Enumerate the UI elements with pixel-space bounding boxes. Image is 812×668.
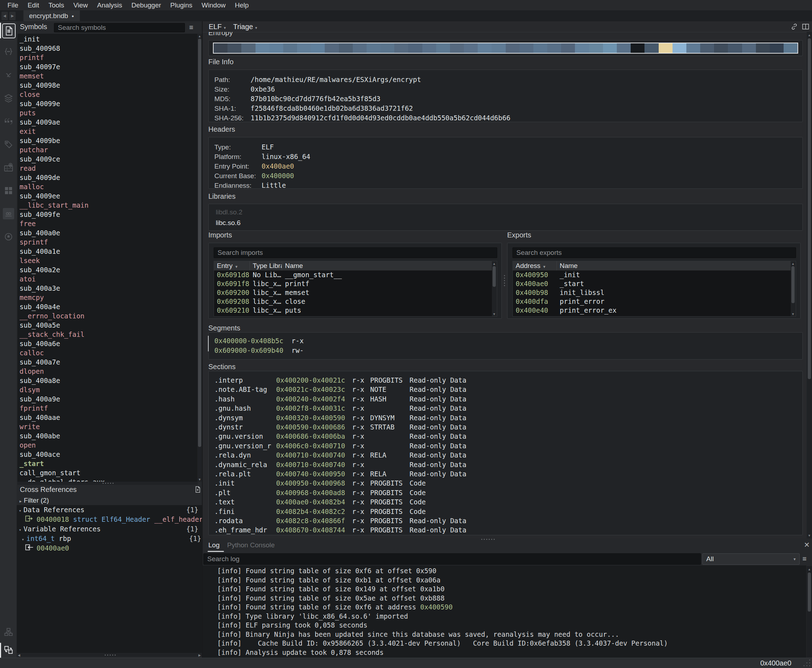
symbols-scrollbar-thumb[interactable] <box>198 39 201 447</box>
export-row[interactable]: 0x400dfaprint_error <box>513 297 796 306</box>
section-row[interactable]: .gnu.hash0x4002f8-0x40031cr-xRead-only D… <box>209 404 802 413</box>
sidebar-icon-graph-sync[interactable] <box>3 644 14 656</box>
symbol-item[interactable]: close <box>20 90 40 99</box>
symbol-item[interactable]: calloc <box>20 348 44 357</box>
sidebar-icon-outline[interactable] <box>3 626 14 638</box>
library-item[interactable]: libc.so.6 <box>216 219 241 227</box>
search-log-input[interactable] <box>203 553 701 565</box>
symbol-item[interactable]: read <box>20 164 36 173</box>
section-row[interactable]: .interp0x400200-0x40021cr-xPROGBITSRead-… <box>209 376 802 385</box>
symbol-item[interactable]: sub_400a5e <box>20 321 60 330</box>
section-row[interactable]: .dynamic_rela0x400710-0x400740r-xRead-on… <box>209 460 802 469</box>
export-row[interactable]: 0x400950_init <box>513 271 796 279</box>
symbol-item[interactable]: sub_4009ce <box>20 154 60 164</box>
symbol-item[interactable]: dlopen <box>20 367 44 376</box>
symbol-item[interactable]: sub_400a9e <box>20 394 60 404</box>
symbol-item[interactable]: lseek <box>20 256 40 265</box>
scroll-thumb[interactable] <box>791 266 795 303</box>
symbol-item[interactable]: dlsym <box>20 385 40 394</box>
log-level-dropdown[interactable]: All ▼ <box>702 553 800 565</box>
export-col-name[interactable]: Name <box>557 261 796 271</box>
section-row[interactable]: .dynsym0x400320-0x400590r-xDYNSYMRead-on… <box>209 413 802 423</box>
scroll-up-icon[interactable]: ▲ <box>807 33 812 37</box>
format-selector[interactable]: ELF▾ <box>209 21 226 33</box>
symbol-item[interactable]: memcpy <box>20 293 44 302</box>
symbol-item[interactable]: puts <box>20 108 36 117</box>
xrefs-hscrollbar[interactable]: ◀ ▶ <box>17 653 202 656</box>
tab-back-icon[interactable]: ◀ <box>2 12 8 20</box>
symbol-item[interactable]: atoi <box>20 274 36 284</box>
section-row[interactable]: .rodata0x4082c8-0x40866fr-xPROGBITSRead-… <box>209 516 802 525</box>
section-row[interactable]: .gnu.version_r0x4006c0-0x400710r-xRead-o… <box>209 441 802 451</box>
scroll-up-icon[interactable]: ▲ <box>807 567 812 571</box>
link-icon[interactable] <box>790 22 799 31</box>
symbol-item[interactable]: sprintf <box>20 237 48 247</box>
xref-ref-row[interactable]: 00400018 struct Elf64_Header __elf_heade… <box>17 515 210 524</box>
export-row[interactable]: 0x400e40print_error_ex <box>513 306 796 315</box>
sidebar-icon-external-links[interactable] <box>3 208 14 219</box>
import-row[interactable]: 0x6091f8libc_x86_64.so.6printf <box>214 279 497 288</box>
section-row[interactable]: .gnu.version0x400686-0x4006bar-xRead-onl… <box>209 432 802 441</box>
export-row[interactable]: 0x400b98init_libssl <box>513 288 796 297</box>
tab-python-console[interactable]: Python Console <box>227 541 275 549</box>
symbol-item[interactable]: malloc <box>20 182 44 191</box>
main-scrollbar-thumb[interactable] <box>808 38 811 379</box>
symbol-item[interactable]: free <box>20 219 36 228</box>
symbol-item[interactable]: sub_400968 <box>20 43 60 53</box>
xref-group-row[interactable]: ▾Variable References{1} <box>17 524 204 534</box>
xref-filter-row[interactable]: ▸Filter (2) <box>17 496 205 505</box>
section-row[interactable]: .hash0x400240-0x4002f4r-xHASHRead-only D… <box>209 394 802 404</box>
symbol-item[interactable]: sub_400a1e <box>20 247 60 256</box>
log-menu-icon[interactable]: ≡ <box>802 555 807 562</box>
splitter-dots[interactable] <box>103 483 113 484</box>
menu-debugger[interactable]: Debugger <box>127 0 165 10</box>
symbol-item[interactable]: __libc_start_main <box>20 200 88 210</box>
symbol-item[interactable]: sub_400a8e <box>20 376 60 385</box>
search-exports-input[interactable] <box>512 247 796 258</box>
segment-row[interactable]: 0x609000-0x609b40 rw- <box>214 346 304 355</box>
symbols-menu-icon[interactable]: ≡ <box>189 24 193 31</box>
section-row[interactable]: .eh_frame_hdr0x408670-0x408744r-xPROGBIT… <box>209 525 802 534</box>
symbol-item[interactable]: call_gmon_start <box>20 468 80 478</box>
menu-tools[interactable]: Tools <box>43 0 68 10</box>
symbols-scrollbar[interactable]: ▲ ▼ <box>197 34 202 482</box>
section-row[interactable]: .text0x400ae0-0x4082b4r-xPROGBITSCode <box>209 497 802 506</box>
sidebar-icon-tags[interactable] <box>3 139 14 150</box>
scroll-up-icon[interactable]: ▲ <box>197 34 202 38</box>
chevron-icon[interactable]: ▾ <box>19 508 21 513</box>
symbol-item[interactable]: sub_40099e <box>20 99 60 108</box>
symbol-item[interactable]: _init <box>20 34 40 43</box>
import-col-type-library[interactable]: Type Library <box>250 261 282 271</box>
search-symbols-input[interactable] <box>54 23 185 32</box>
splitter-dots[interactable] <box>105 655 116 656</box>
symbol-item[interactable]: sub_400aae <box>20 413 60 422</box>
xref-ref-row[interactable]: 00400ae0 <box>17 543 210 553</box>
symbol-item[interactable]: putchar <box>20 145 48 154</box>
scroll-down-icon[interactable]: ▼ <box>791 312 795 316</box>
menu-analysis[interactable]: Analysis <box>93 0 127 10</box>
section-row[interactable]: .rela.plt0x400740-0x400950r-xRELARead-on… <box>209 469 802 478</box>
menu-window[interactable]: Window <box>197 0 230 10</box>
export-scrollbar[interactable]: ▲▼ <box>791 261 796 316</box>
symbol-item[interactable]: printf <box>20 53 44 62</box>
import-row[interactable]: 0x609218No Libraryexit <box>214 315 497 317</box>
xref-var-row[interactable]: ▾int64_t rbp{1} <box>17 534 207 543</box>
import-row[interactable]: 0x609208libc_x86_64.so.6close <box>214 297 497 306</box>
symbol-item[interactable]: _start <box>20 459 44 468</box>
symbol-item[interactable]: sub_4009be <box>20 136 60 145</box>
symbol-item[interactable]: open <box>20 441 36 450</box>
log-address-link[interactable]: 0x400590 <box>420 603 453 611</box>
symbol-item[interactable]: fprintf <box>20 404 48 413</box>
import-col-name[interactable]: Name <box>282 261 497 271</box>
symbol-item[interactable]: sub_40097e <box>20 62 60 71</box>
split-view-icon[interactable] <box>801 22 810 31</box>
scroll-down-icon[interactable]: ▼ <box>197 477 202 482</box>
menu-view[interactable]: View <box>69 0 93 10</box>
scroll-up-icon[interactable]: ▲ <box>492 261 497 266</box>
symbols-hscrollbar[interactable] <box>17 482 198 485</box>
symbol-item[interactable]: sub_4009de <box>20 173 60 182</box>
panel-splitter-dots[interactable] <box>504 275 505 286</box>
section-row[interactable]: .plt0x400968-0x400ad8r-xPROGBITSCode <box>209 488 802 497</box>
section-row[interactable]: .dynstr0x400590-0x400686r-xSTRTABRead-on… <box>209 423 802 432</box>
scroll-left-icon[interactable]: ◀ <box>17 653 21 657</box>
